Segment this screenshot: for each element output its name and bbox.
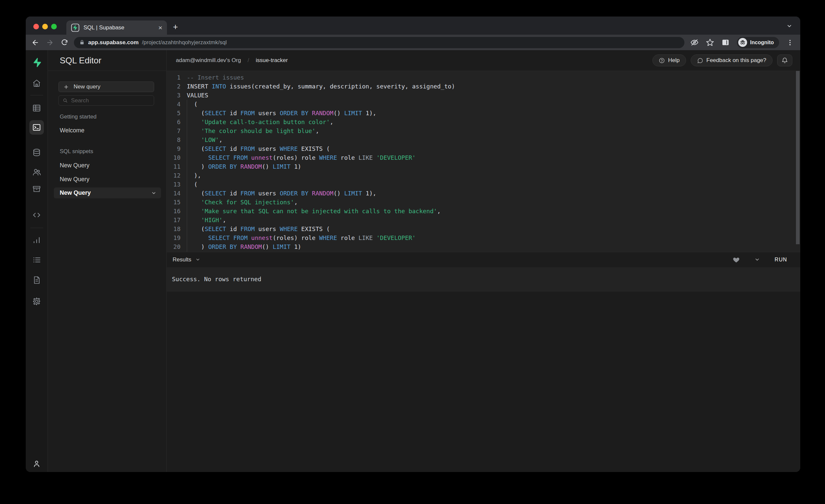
notifications-button[interactable]	[777, 55, 792, 66]
auth-users-icon[interactable]	[32, 168, 41, 176]
line-number: 8	[167, 135, 180, 144]
logs-list-icon[interactable]	[32, 256, 41, 264]
forward-button[interactable]	[45, 38, 55, 48]
breadcrumb-project[interactable]: issue-tracker	[256, 57, 288, 64]
tab-strip: SQL | Supabase × +	[26, 16, 800, 34]
line-number: 20	[167, 242, 180, 251]
help-button[interactable]: Help	[653, 55, 686, 66]
section-label-getting-started: Getting started	[60, 114, 97, 120]
sql-editor-sidebar: SQL Editor New query Getting started Wel…	[48, 50, 167, 472]
tab-title: SQL | Supabase	[83, 24, 154, 31]
sidebar-item-new-query-2[interactable]: New Query	[60, 176, 89, 183]
code-line: 3VALUES	[167, 91, 800, 100]
line-number: 5	[167, 109, 180, 118]
code-line: 10 SELECT FROM unnest(roles) role WHERE …	[167, 153, 800, 162]
breadcrumb-org[interactable]: adam@windmill.dev's Org	[176, 57, 241, 64]
code-line: 4 (	[167, 100, 800, 109]
incognito-badge[interactable]: Incognito	[737, 37, 779, 48]
database-icon[interactable]	[32, 148, 41, 157]
line-number: 19	[167, 233, 180, 242]
code-line: 9 (SELECT id FROM users WHERE EXISTS (	[167, 144, 800, 153]
line-number: 13	[167, 180, 180, 189]
chevron-down-icon	[151, 191, 156, 196]
code-line: 16 'Make sure that SQL can not be inject…	[167, 207, 800, 216]
api-code-icon[interactable]	[32, 211, 41, 219]
browser-window: SQL | Supabase × + app.supabase.com/proj…	[26, 16, 800, 472]
snippet-search[interactable]	[58, 95, 154, 105]
new-tab-button[interactable]: +	[173, 22, 178, 32]
browser-tab[interactable]: SQL | Supabase ×	[66, 20, 167, 34]
settings-gear-icon[interactable]	[32, 297, 41, 306]
line-number: 7	[167, 126, 180, 135]
browser-toolbar: app.supabase.com/project/azahtnhqohyjerz…	[26, 34, 800, 50]
table-editor-icon[interactable]	[32, 103, 41, 113]
sidebar-item-new-query-active[interactable]: New Query	[54, 188, 161, 198]
help-circle-icon	[659, 57, 665, 64]
search-icon	[63, 98, 68, 103]
code-line: 1-- Insert issues	[167, 73, 800, 82]
back-button[interactable]	[30, 38, 40, 48]
run-options-chevron-icon[interactable]	[754, 257, 760, 263]
line-number: 4	[167, 100, 180, 109]
sql-editor-item-active[interactable]	[29, 120, 44, 135]
line-number: 15	[167, 198, 180, 207]
chat-bubble-icon	[697, 57, 703, 64]
editor-scrollbar[interactable]	[796, 71, 800, 244]
window-minimize-button[interactable]	[42, 24, 48, 29]
sidebar-item-new-query-1[interactable]: New Query	[60, 162, 89, 169]
sql-editor[interactable]: 1-- Insert issues2INSERT INTO issues(cre…	[167, 71, 800, 252]
section-label-sql-snippets: SQL snippets	[60, 148, 93, 155]
code-line: 20 ) ORDER BY RANDOM() LIMIT 1)	[167, 242, 800, 251]
code-line: 17 'HIGH',	[167, 216, 800, 224]
bookmark-star-icon[interactable]	[706, 38, 714, 47]
supabase-app: SQL Editor New query Getting started Wel…	[26, 50, 800, 472]
reload-button[interactable]	[59, 38, 69, 48]
line-number: 17	[167, 216, 180, 224]
code-line: 13 (	[167, 180, 800, 189]
tab-close-icon[interactable]: ×	[158, 24, 162, 31]
code-lines: 1-- Insert issues2INSERT INTO issues(cre…	[167, 73, 800, 252]
run-button[interactable]: RUN	[774, 257, 787, 263]
code-line: 18 (SELECT id FROM users WHERE EXISTS (	[167, 224, 800, 233]
chevron-down-icon	[195, 257, 200, 262]
rail-divider	[30, 95, 43, 95]
breadcrumb: adam@windmill.dev's Org / issue-tracker	[176, 57, 653, 64]
url-bar[interactable]: app.supabase.com/project/azahtnhqohyjerz…	[74, 37, 684, 48]
line-number: 3	[167, 91, 180, 100]
line-number: 10	[167, 153, 180, 162]
home-icon[interactable]	[32, 79, 41, 88]
window-close-button[interactable]	[33, 24, 39, 29]
results-dropdown[interactable]: Results	[172, 257, 733, 263]
tab-search-chevron-icon[interactable]	[786, 23, 792, 29]
line-number: 14	[167, 189, 180, 198]
code-line: 21 ),	[167, 251, 800, 252]
favorite-heart-icon[interactable]	[733, 256, 740, 264]
line-number: 1	[167, 73, 180, 82]
window-zoom-button[interactable]	[51, 24, 57, 29]
eye-off-icon[interactable]	[690, 38, 699, 47]
browser-menu-kebab-icon[interactable]	[786, 39, 794, 46]
line-number: 18	[167, 224, 180, 233]
code-line: 15 'Check for SQL injections',	[167, 198, 800, 207]
code-line: 6 'Update call-to-action button color',	[167, 118, 800, 126]
line-number: 9	[167, 144, 180, 153]
main-panel: adam@windmill.dev's Org / issue-tracker …	[167, 50, 800, 472]
code-line: 5 (SELECT id FROM users ORDER BY RANDOM(…	[167, 109, 800, 118]
code-line: 11 ) ORDER BY RANDOM() LIMIT 1)	[167, 162, 800, 171]
main-header: adam@windmill.dev's Org / issue-tracker …	[167, 50, 800, 71]
url-host: app.supabase.com	[88, 39, 139, 46]
nav-rail	[26, 50, 48, 472]
sidebar-item-welcome[interactable]: Welcome	[60, 127, 84, 134]
side-panel-icon[interactable]	[722, 38, 730, 47]
new-query-button[interactable]: New query	[58, 81, 154, 92]
code-line: 14 (SELECT id FROM users ORDER BY RANDOM…	[167, 189, 800, 198]
storage-icon[interactable]	[32, 185, 41, 194]
reports-icon[interactable]	[32, 236, 41, 244]
lock-icon	[79, 40, 85, 45]
feedback-button[interactable]: Feedback on this page?	[691, 55, 772, 66]
code-line: 7 'The color should be light blue',	[167, 126, 800, 135]
account-avatar-icon[interactable]	[32, 459, 41, 468]
docs-file-icon[interactable]	[32, 276, 41, 285]
search-input[interactable]	[71, 97, 150, 104]
supabase-logo[interactable]	[32, 57, 42, 67]
